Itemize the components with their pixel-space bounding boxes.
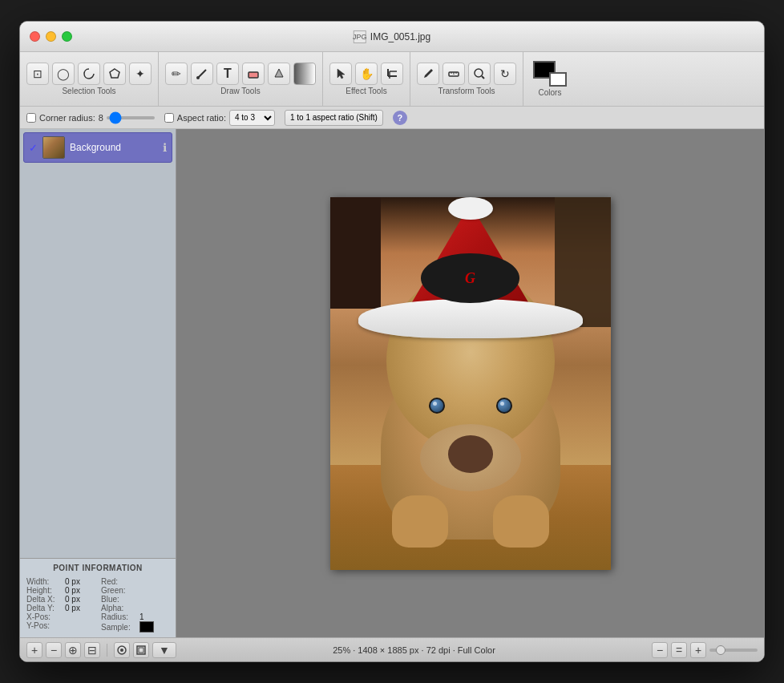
corner-radius-value: 8 — [99, 113, 103, 123]
sample-label: Sample: — [101, 623, 138, 632]
close-button[interactable] — [30, 31, 40, 42]
svg-marker-0 — [110, 69, 119, 78]
crop-icon[interactable] — [381, 63, 403, 85]
point-info-title: POINT INFORMATION — [26, 564, 169, 572]
statusbar-info: 25% · 1408 × 1885 px · 72 dpi · Full Col… — [333, 645, 495, 655]
radius-row: Radius: 1 — [101, 612, 169, 621]
aspect-ratio-select[interactable]: 4 to 3 16 to 9 1 to 1 — [229, 110, 275, 126]
layer-thumbnail — [42, 136, 65, 159]
selection-tools-icons: ⊡ ◯ ✦ — [26, 63, 152, 85]
svg-point-12 — [475, 69, 483, 77]
svg-point-2 — [196, 76, 200, 79]
toolbar-group-transform: ↻ Transform Tools — [410, 52, 523, 106]
zoom-out-button[interactable]: − — [652, 642, 668, 658]
text-icon[interactable]: T — [216, 63, 239, 85]
delta-x-label: Delta X: — [26, 595, 63, 604]
gradient-icon[interactable] — [293, 63, 316, 85]
magic-wand-icon[interactable]: ✦ — [129, 63, 152, 85]
app-window: JPG IMG_0051.jpg ⊡ ◯ ✦ Selection Tools — [19, 21, 765, 662]
color-sampler-icon[interactable] — [417, 63, 439, 85]
height-value: 0 px — [65, 586, 80, 595]
polygonal-lasso-icon[interactable] — [103, 63, 126, 85]
layer-visibility-check[interactable]: ✓ — [29, 142, 38, 154]
height-row: Height: 0 px — [26, 586, 95, 595]
minimize-button[interactable] — [46, 31, 56, 42]
colors-label: Colors — [539, 88, 562, 97]
status-text: 25% · 1408 × 1885 px · 72 dpi · Full Col… — [333, 645, 495, 655]
toolbar-group-draw: ✏ T Draw Tools — [159, 52, 323, 106]
layer-thumb-image — [43, 137, 64, 158]
green-label: Green: — [101, 586, 138, 595]
image-container: G — [330, 197, 611, 570]
corner-radius-checkbox[interactable] — [26, 113, 36, 123]
zoom-tool-icon[interactable] — [468, 63, 491, 85]
draw-tools-icons: ✏ T — [165, 63, 316, 85]
layer-info-button[interactable]: ℹ — [163, 141, 167, 154]
delta-y-label: Delta Y: — [26, 604, 63, 612]
height-label: Height: — [26, 586, 63, 595]
selection-tools-label: Selection Tools — [62, 87, 115, 95]
transform-tools-label: Transform Tools — [438, 87, 495, 95]
main-area: ✓ Background ℹ POINT INFORMATION Width: … — [20, 129, 764, 637]
green-row: Green: — [101, 586, 169, 595]
options-bar: Corner radius: 8 Aspect ratio: 4 to 3 16… — [20, 107, 764, 129]
mode-button[interactable]: ▼ — [152, 642, 176, 658]
effect-tools-label: Effect Tools — [346, 87, 386, 95]
import-image-button[interactable]: ⊟ — [84, 642, 100, 658]
merge-layers-button[interactable]: ⊕ — [65, 642, 81, 658]
delta-x-row: Delta X: 0 px — [26, 595, 95, 604]
maximize-button[interactable] — [62, 31, 72, 42]
traffic-lights — [30, 31, 72, 42]
toolbar-group-effect: ✋ Effect Tools — [323, 52, 410, 106]
aspect-ratio-option: Aspect ratio: 4 to 3 16 to 9 1 to 1 — [164, 110, 275, 126]
delta-x-value: 0 px — [65, 595, 80, 604]
x-pos-label: X-Pos: — [26, 612, 63, 621]
width-label: Width: — [26, 577, 63, 586]
background-layer[interactable]: ✓ Background ℹ — [23, 132, 172, 163]
zoom-slider[interactable] — [709, 649, 758, 652]
background-color[interactable] — [549, 72, 567, 87]
red-label: Red: — [101, 577, 138, 586]
transform-button[interactable] — [133, 642, 149, 658]
svg-line-1 — [198, 70, 206, 78]
ruler-icon[interactable] — [443, 63, 465, 85]
rotate-icon[interactable]: ↻ — [494, 63, 516, 85]
toolbar-group-colors: Colors — [523, 52, 576, 106]
point-info-right: Red: Green: Blue: Alpha: — [101, 577, 169, 632]
color-swatches[interactable] — [533, 61, 567, 87]
effect-tools-icons: ✋ — [329, 63, 403, 85]
delete-layer-button[interactable]: − — [46, 642, 62, 658]
canvas-area[interactable]: G — [176, 129, 764, 637]
constraint-button[interactable]: 1 to 1 aspect ratio (Shift) — [285, 110, 383, 126]
layer-name: Background — [70, 142, 158, 153]
help-button[interactable]: ? — [393, 111, 407, 125]
eraser-icon[interactable] — [242, 63, 265, 85]
red-row: Red: — [101, 577, 169, 586]
titlebar: JPG IMG_0051.jpg — [20, 22, 764, 52]
svg-rect-3 — [249, 72, 258, 78]
statusbar-right: − = + — [652, 642, 758, 658]
sidebar: ✓ Background ℹ POINT INFORMATION Width: … — [20, 129, 176, 637]
statusbar-divider-1 — [107, 644, 107, 657]
hand-icon[interactable]: ✋ — [355, 63, 378, 85]
add-layer-button[interactable]: + — [26, 642, 42, 658]
paint-brush-icon[interactable] — [191, 63, 213, 85]
layers-visibility-button[interactable] — [114, 642, 130, 658]
main-image: G — [330, 197, 611, 570]
radius-label: Radius: — [101, 612, 138, 621]
aspect-ratio-checkbox[interactable] — [164, 113, 174, 123]
point-info-grid: Width: 0 px Height: 0 px Delta X: 0 px — [26, 577, 169, 632]
aspect-ratio-label: Aspect ratio: — [177, 113, 226, 123]
toolbar: ⊡ ◯ ✦ Selection Tools ✏ T — [20, 52, 764, 107]
zoom-fit-button[interactable]: = — [671, 642, 687, 658]
paint-bucket-icon[interactable] — [268, 63, 290, 85]
pencil-icon[interactable]: ✏ — [165, 63, 188, 85]
lasso-icon[interactable] — [78, 63, 100, 85]
corner-radius-label: Corner radius: — [39, 113, 95, 123]
elliptical-marquee-icon[interactable]: ◯ — [52, 63, 75, 85]
rectangular-marquee-icon[interactable]: ⊡ — [26, 63, 49, 85]
zoom-in-button[interactable]: + — [690, 642, 706, 658]
pointer-icon[interactable] — [329, 63, 352, 85]
corner-radius-slider[interactable] — [107, 116, 155, 119]
y-pos-label: Y-Pos: — [26, 621, 63, 630]
